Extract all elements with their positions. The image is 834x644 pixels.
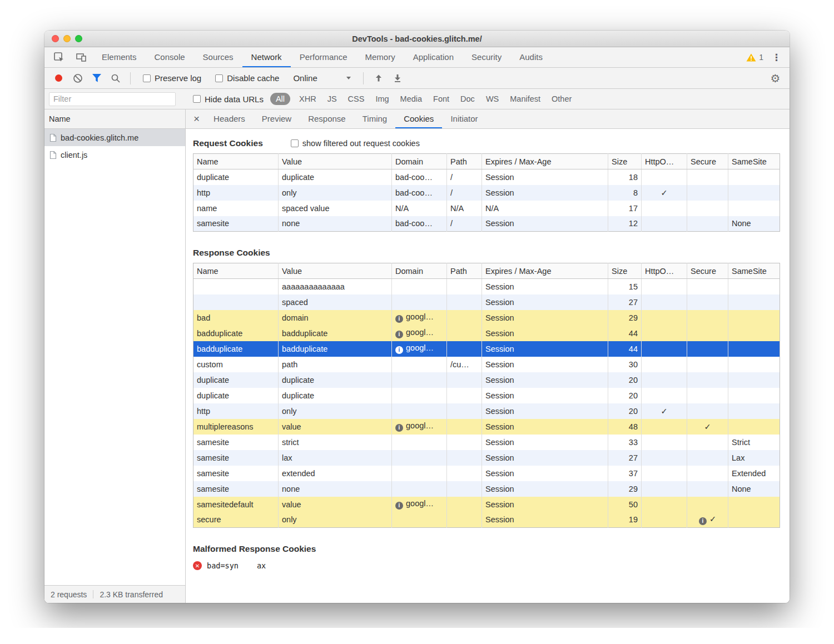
hide-data-urls-checkbox[interactable]: Hide data URLs bbox=[193, 94, 264, 104]
tab-cookies[interactable]: Cookies bbox=[395, 109, 442, 128]
tab-performance[interactable]: Performance bbox=[291, 47, 356, 67]
filter-pill-other[interactable]: Other bbox=[548, 93, 575, 105]
cookie-row[interactable]: samesitestrictSession33Strict bbox=[193, 435, 780, 450]
tab-initiator[interactable]: Initiator bbox=[442, 109, 486, 128]
request-item-client-js[interactable]: client.js bbox=[44, 146, 185, 163]
cookie-row[interactable]: multiplereasonsvalueigoogl…Session48✓ bbox=[193, 419, 780, 435]
cookie-row[interactable]: aaaaaaaaaaaaaaSession15 bbox=[193, 279, 780, 294]
cookie-row[interactable]: duplicateduplicateSession20 bbox=[193, 372, 780, 388]
tab-timing[interactable]: Timing bbox=[354, 109, 395, 128]
cookie-row[interactable]: samesitenoneSession29None bbox=[193, 481, 780, 497]
cookie-row[interactable]: custompath/cu…Session30 bbox=[193, 357, 780, 372]
cell-name: bad bbox=[193, 310, 279, 326]
tab-network[interactable]: Network bbox=[242, 47, 291, 67]
cell-expires: Session bbox=[482, 435, 608, 450]
column-header-samesite[interactable]: SameSite bbox=[728, 154, 780, 169]
column-header-httpo[interactable]: HttpO… bbox=[642, 263, 687, 279]
info-icon[interactable]: i bbox=[395, 424, 403, 432]
cell-domain bbox=[392, 466, 447, 481]
request-item-bad-cookies[interactable]: bad-cookies.glitch.me bbox=[44, 129, 185, 146]
filter-pill-manifest[interactable]: Manifest bbox=[506, 93, 544, 105]
minimize-window-button[interactable] bbox=[63, 35, 71, 42]
cookie-row[interactable]: badduplicatebadduplicateigoogl…Session44 bbox=[193, 341, 780, 357]
info-icon[interactable]: i bbox=[395, 315, 403, 323]
column-header-expires-max-age[interactable]: Expires / Max-Age bbox=[482, 154, 608, 169]
cookie-row[interactable]: spacedSession27 bbox=[193, 294, 780, 310]
tab-preview[interactable]: Preview bbox=[254, 109, 300, 128]
cookie-row[interactable]: samesiteextendedSession37Extended bbox=[193, 466, 780, 481]
search-button[interactable] bbox=[108, 71, 123, 86]
settings-gear-icon[interactable]: ⚙ bbox=[768, 71, 783, 86]
column-header-size[interactable]: Size bbox=[608, 154, 642, 169]
cookie-row[interactable]: namespaced valueN/AN/AN/A17 bbox=[193, 201, 780, 216]
column-header-path[interactable]: Path bbox=[447, 263, 482, 279]
info-icon[interactable]: i bbox=[699, 517, 707, 525]
cell-httponly bbox=[642, 357, 687, 372]
cookie-row[interactable]: samesitelaxSession27Lax bbox=[193, 450, 780, 466]
tab-response[interactable]: Response bbox=[300, 109, 354, 128]
info-icon[interactable]: i bbox=[395, 331, 403, 338]
column-header-httpo[interactable]: HttpO… bbox=[642, 154, 687, 169]
column-header-value[interactable]: Value bbox=[279, 263, 392, 279]
column-header-secure[interactable]: Secure bbox=[687, 154, 728, 169]
requests-column-header[interactable]: Name bbox=[44, 109, 185, 129]
close-detail-icon[interactable]: × bbox=[186, 109, 205, 128]
cookie-row[interactable]: badduplicatebadduplicateigoogl…Session44 bbox=[193, 326, 780, 341]
record-button[interactable] bbox=[51, 71, 66, 86]
cookie-row[interactable]: duplicateduplicatebad-coo…/Session18 bbox=[193, 169, 780, 185]
column-header-size[interactable]: Size bbox=[608, 263, 642, 279]
filter-pill-xhr[interactable]: XHR bbox=[295, 93, 320, 105]
filter-pill-doc[interactable]: Doc bbox=[456, 93, 479, 105]
column-header-value[interactable]: Value bbox=[279, 154, 392, 169]
cookie-row[interactable]: httponlySession20✓ bbox=[193, 403, 780, 419]
filter-pill-ws[interactable]: WS bbox=[482, 93, 503, 105]
clear-button[interactable] bbox=[70, 71, 85, 86]
info-icon[interactable]: i bbox=[395, 502, 403, 510]
cookie-row[interactable]: secureonlySession19i✓ bbox=[193, 512, 780, 528]
cell-name: samesite bbox=[193, 466, 279, 481]
filter-pill-img[interactable]: Img bbox=[371, 93, 393, 105]
filter-pill-css[interactable]: CSS bbox=[344, 93, 369, 105]
tab-security[interactable]: Security bbox=[463, 47, 510, 67]
export-har-button[interactable] bbox=[390, 71, 405, 86]
filter-pill-js[interactable]: JS bbox=[324, 93, 341, 105]
cookie-row[interactable]: httponlybad-coo…/Session8✓ bbox=[193, 185, 780, 201]
cookie-row[interactable]: samesitenonebad-coo…/Session12None bbox=[193, 216, 780, 232]
filter-pill-font[interactable]: Font bbox=[429, 93, 453, 105]
cell-name: samesitedefault bbox=[193, 497, 279, 512]
info-icon[interactable]: i bbox=[395, 346, 403, 354]
show-filtered-checkbox[interactable]: show filtered out request cookies bbox=[291, 139, 420, 148]
tab-console[interactable]: Console bbox=[146, 47, 194, 67]
cookie-row[interactable]: baddomainigoogl…Session29 bbox=[193, 310, 780, 326]
zoom-window-button[interactable] bbox=[75, 35, 82, 42]
tab-sources[interactable]: Sources bbox=[194, 47, 242, 67]
import-har-button[interactable] bbox=[371, 71, 386, 86]
cookie-row[interactable]: duplicateduplicateSession20 bbox=[193, 388, 780, 403]
device-toolbar-icon[interactable] bbox=[73, 50, 88, 65]
column-header-samesite[interactable]: SameSite bbox=[728, 263, 780, 279]
filter-input[interactable] bbox=[49, 92, 176, 106]
column-header-name[interactable]: Name bbox=[193, 154, 279, 169]
close-window-button[interactable] bbox=[52, 35, 59, 42]
more-options-icon[interactable]: ⋮ bbox=[772, 52, 781, 63]
tab-headers[interactable]: Headers bbox=[205, 109, 254, 128]
throttling-select[interactable]: Online bbox=[293, 73, 351, 83]
filter-toggle-button[interactable] bbox=[89, 71, 104, 86]
tab-memory[interactable]: Memory bbox=[356, 47, 404, 67]
warning-indicator[interactable]: 1 bbox=[746, 53, 763, 62]
tab-audits[interactable]: Audits bbox=[510, 47, 552, 67]
preserve-log-checkbox[interactable]: Preserve log bbox=[143, 73, 201, 83]
filter-pill-media[interactable]: Media bbox=[396, 93, 426, 105]
column-header-path[interactable]: Path bbox=[447, 154, 482, 169]
tab-elements[interactable]: Elements bbox=[93, 47, 146, 67]
column-header-name[interactable]: Name bbox=[193, 263, 279, 279]
column-header-domain[interactable]: Domain bbox=[392, 263, 447, 279]
cookie-row[interactable]: samesitedefaultvalueigoogl…Session50 bbox=[193, 497, 780, 512]
inspect-element-icon[interactable] bbox=[51, 50, 66, 65]
disable-cache-checkbox[interactable]: Disable cache bbox=[215, 73, 279, 83]
column-header-domain[interactable]: Domain bbox=[392, 154, 447, 169]
column-header-expires-max-age[interactable]: Expires / Max-Age bbox=[482, 263, 608, 279]
column-header-secure[interactable]: Secure bbox=[687, 263, 728, 279]
filter-pill-all[interactable]: All bbox=[270, 93, 290, 105]
tab-application[interactable]: Application bbox=[404, 47, 463, 67]
